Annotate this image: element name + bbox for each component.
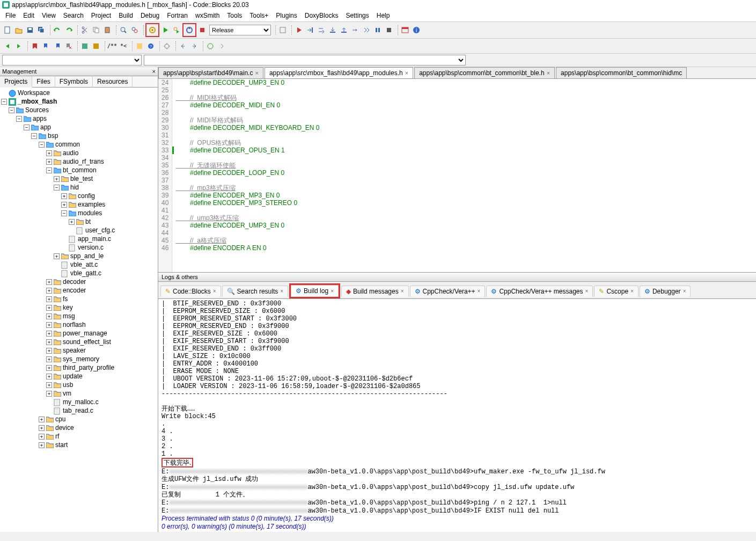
dox-run-icon[interactable]: [79, 41, 90, 52]
build-run-icon[interactable]: [171, 25, 182, 35]
log-tab-build-log[interactable]: ⚙Build log×: [291, 285, 339, 297]
run-to-cursor-icon[interactable]: [305, 25, 315, 35]
menu-doxyblocks[interactable]: DoxyBlocks: [302, 11, 342, 20]
tree-file-vble_att.c[interactable]: vble_att.c: [1, 260, 157, 269]
tree-audio[interactable]: +audio: [1, 149, 157, 157]
tree-third_party_profile[interactable]: +third_party_profile: [1, 363, 157, 372]
tree-expander-icon[interactable]: +: [46, 339, 52, 345]
tree-expander-icon[interactable]: −: [61, 210, 67, 216]
tab-resources[interactable]: Resources: [93, 76, 133, 87]
menu-wxsmith[interactable]: wxSmith: [192, 11, 223, 20]
tree-expander-icon[interactable]: +: [46, 296, 52, 302]
open-file-icon[interactable]: [13, 25, 24, 35]
cut-icon[interactable]: [79, 25, 90, 35]
scope-select[interactable]: [2, 55, 142, 65]
tree-file-version.c[interactable]: version.c: [1, 243, 157, 252]
code-editor[interactable]: 2425262728293031323334353637383940414243…: [158, 79, 756, 272]
project-tree[interactable]: Workspace−_mbox_flash−Sources−apps−app−b…: [0, 87, 158, 532]
dox-block-icon[interactable]: /**: [107, 41, 118, 52]
next-line-icon[interactable]: [316, 25, 327, 35]
tree-sources[interactable]: −Sources: [1, 106, 157, 114]
abort-icon[interactable]: [197, 25, 208, 35]
tree-expander-icon[interactable]: +: [69, 219, 75, 225]
tree-device[interactable]: +device: [1, 423, 157, 432]
tree-expander-icon[interactable]: +: [39, 434, 45, 440]
tree-bt_common[interactable]: −bt_common: [1, 166, 157, 174]
bookmark-prev-icon[interactable]: [41, 41, 52, 52]
tree-cpu[interactable]: +cpu: [1, 415, 157, 423]
tree-expander-icon[interactable]: −: [46, 167, 52, 173]
tree-sys_memory[interactable]: +sys_memory: [1, 355, 157, 363]
editor-tab-main-c[interactable]: apps\app\bsp\start\bd49\main.c×: [158, 67, 263, 78]
tree-expander-icon[interactable]: +: [46, 313, 52, 319]
log-tab-cscope[interactable]: ✎Cscope×: [594, 286, 638, 297]
tree-modules[interactable]: −modules: [1, 209, 157, 217]
back-icon[interactable]: [2, 41, 13, 52]
tree-expander-icon[interactable]: +: [39, 416, 45, 422]
close-icon[interactable]: ×: [213, 288, 216, 294]
tree-apps[interactable]: −apps: [1, 114, 157, 123]
tree-expander-icon[interactable]: +: [46, 159, 52, 165]
menu-tools-plus[interactable]: Tools+: [246, 11, 271, 20]
tree-expander-icon[interactable]: +: [46, 279, 52, 285]
close-icon[interactable]: ×: [280, 288, 283, 294]
tree-file-vble_gatt.c[interactable]: vble_gatt.c: [1, 269, 157, 277]
tree-expander-icon[interactable]: +: [39, 425, 45, 431]
tab-files[interactable]: Files: [32, 76, 55, 87]
tree-usb[interactable]: +usb: [1, 381, 157, 389]
tree-ble_test[interactable]: +ble_test: [1, 174, 157, 183]
jump-back-icon[interactable]: [178, 41, 188, 52]
tree-expander-icon[interactable]: +: [46, 288, 52, 294]
tree-expander-icon[interactable]: +: [46, 356, 52, 362]
next-jump-icon[interactable]: [216, 41, 227, 52]
tree-power_manage[interactable]: +power_manage: [1, 329, 157, 338]
menu-build[interactable]: Build: [115, 11, 136, 20]
log-tab-cppcheck[interactable]: ⚙CppCheck/Vera++×: [410, 286, 486, 297]
forward-icon[interactable]: [13, 41, 24, 52]
last-jump-icon[interactable]: [205, 41, 216, 52]
editor-tab-app-modules-h[interactable]: apps\app\src\mbox_flash\bd49\app_modules…: [265, 67, 413, 78]
dox-chm-icon[interactable]: ?: [145, 41, 156, 52]
tree-rf[interactable]: +rf: [1, 432, 157, 441]
tree-norflash[interactable]: +norflash: [1, 320, 157, 329]
tree-expander-icon[interactable]: +: [46, 348, 52, 354]
build-icon[interactable]: [147, 25, 158, 35]
step-into-icon[interactable]: [327, 25, 338, 35]
tree-expander-icon[interactable]: +: [46, 391, 52, 397]
build-target-select[interactable]: Release: [209, 25, 271, 35]
symbol-select[interactable]: [144, 55, 466, 65]
tree-expander-icon[interactable]: +: [46, 382, 52, 388]
tree-key[interactable]: +key: [1, 303, 157, 312]
log-tab-codeblocks[interactable]: ✎Code::Blocks×: [160, 286, 221, 297]
tree-bsp[interactable]: −bsp: [1, 131, 157, 140]
redo-icon[interactable]: [63, 25, 74, 35]
tree-expander-icon[interactable]: −: [1, 99, 7, 105]
close-icon[interactable]: ×: [630, 288, 634, 294]
tree-expander-icon[interactable]: +: [61, 202, 67, 208]
menu-tools[interactable]: Tools: [224, 11, 245, 20]
undo-icon[interactable]: [52, 25, 63, 35]
tree-decoder[interactable]: +decoder: [1, 277, 157, 286]
tree-encoder[interactable]: +encoder: [1, 286, 157, 295]
dox-html-icon[interactable]: [134, 41, 145, 52]
bookmark-toggle-icon[interactable]: [30, 41, 40, 52]
close-icon[interactable]: ×: [683, 288, 686, 294]
step-out-icon[interactable]: [339, 25, 349, 35]
tab-projects[interactable]: Projects: [0, 76, 32, 87]
log-output[interactable]: | BTIF_RESERVED_END : 0x3f3000 | EEPROM_…: [158, 299, 756, 532]
log-tab-debugger[interactable]: ⚙Debugger×: [640, 286, 691, 297]
bookmark-next-icon[interactable]: [52, 41, 63, 52]
tree-expander-icon[interactable]: −: [54, 185, 60, 191]
tree-config[interactable]: +config: [1, 192, 157, 200]
code-body[interactable]: #define DECODER_UMP3_EN 0 // MIDI格式解码 #d…: [172, 79, 756, 272]
tree-file-tab_read.c[interactable]: tab_read.c: [1, 406, 157, 415]
menu-debug[interactable]: Debug: [137, 11, 163, 20]
tree-expander-icon[interactable]: −: [16, 116, 22, 122]
tree-expander-icon[interactable]: −: [24, 125, 30, 130]
tree-speaker[interactable]: +speaker: [1, 346, 157, 355]
tree-file-my_malloc.c[interactable]: my_malloc.c: [1, 398, 157, 406]
tree-expander-icon[interactable]: +: [46, 374, 52, 379]
bookmark-clear-icon[interactable]: [63, 41, 74, 52]
close-icon[interactable]: ×: [405, 70, 408, 76]
debug-window-icon[interactable]: [400, 25, 410, 35]
